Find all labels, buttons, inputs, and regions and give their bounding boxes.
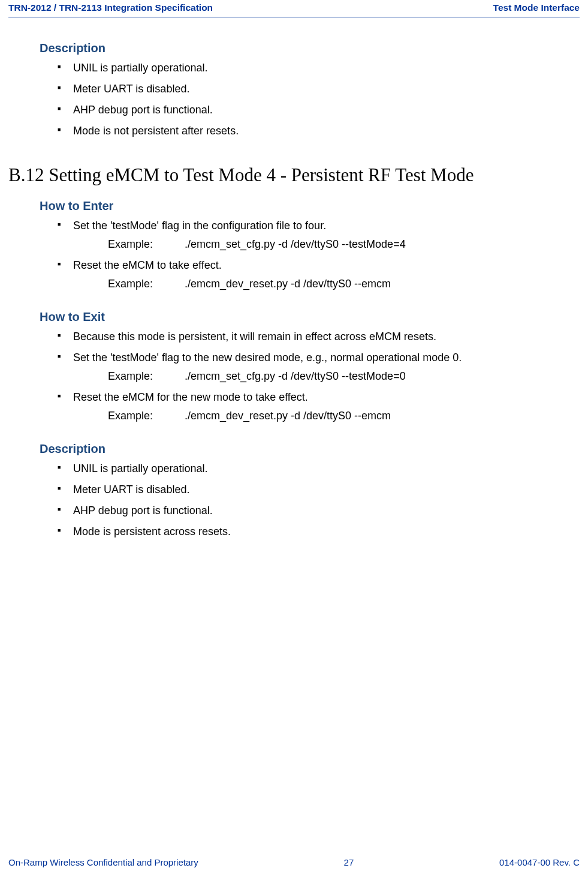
how-to-exit-list: Because this mode is persistent, it will… [61, 329, 548, 424]
list-item: AHP debug port is functional. [61, 102, 548, 118]
list-item: UNIL is partially operational. [61, 60, 548, 76]
list-item: Reset the eMCM for the new mode to take … [61, 389, 548, 424]
example-label: Example: [108, 236, 185, 253]
page-header: TRN-2012 / TRN-2113 Integration Specific… [8, 0, 580, 17]
example-row: Example: ./emcm_dev_reset.py -d /dev/tty… [108, 276, 548, 292]
description-1-list: UNIL is partially operational. Meter UAR… [61, 60, 548, 139]
heading-number: B.12 [8, 164, 44, 186]
example-row: Example: ./emcm_set_cfg.py -d /dev/ttyS0… [108, 236, 548, 253]
example-command: ./emcm_set_cfg.py -d /dev/ttyS0 --testMo… [185, 368, 406, 385]
section-b12-heading: B.12 Setting eMCM to Test Mode 4 - Persi… [8, 164, 548, 186]
list-item-text: Set the 'testMode' flag to the new desir… [73, 352, 462, 364]
header-right: Test Mode Interface [493, 2, 580, 13]
example-label: Example: [108, 368, 185, 385]
footer-left: On-Ramp Wireless Confidential and Propri… [8, 857, 198, 867]
list-item: Set the 'testMode' flag in the configura… [61, 218, 548, 253]
list-item: Reset the eMCM to take effect. Example: … [61, 257, 548, 292]
main-content: Description UNIL is partially operationa… [8, 41, 580, 540]
section-how-to-exit-title: How to Exit [40, 310, 548, 324]
example-command: ./emcm_dev_reset.py -d /dev/ttyS0 --emcm [185, 276, 391, 292]
list-item-text: Reset the eMCM to take effect. [73, 259, 222, 271]
example-label: Example: [108, 276, 185, 292]
list-item: Set the 'testMode' flag to the new desir… [61, 350, 548, 385]
list-item-text: Reset the eMCM for the new mode to take … [73, 391, 308, 403]
example-label: Example: [108, 408, 185, 424]
example-row: Example: ./emcm_dev_reset.py -d /dev/tty… [108, 408, 548, 424]
list-item: Mode is not persistent after resets. [61, 123, 548, 139]
list-item: Because this mode is persistent, it will… [61, 329, 548, 345]
example-command: ./emcm_dev_reset.py -d /dev/ttyS0 --emcm [185, 408, 391, 424]
list-item: AHP debug port is functional. [61, 503, 548, 519]
list-item-text: Set the 'testMode' flag in the configura… [73, 220, 326, 232]
heading-title: Setting eMCM to Test Mode 4 - Persistent… [49, 164, 474, 185]
example-row: Example: ./emcm_set_cfg.py -d /dev/ttyS0… [108, 368, 548, 385]
section-description-2-title: Description [40, 442, 548, 456]
example-command: ./emcm_set_cfg.py -d /dev/ttyS0 --testMo… [185, 236, 406, 253]
section-how-to-enter-title: How to Enter [40, 199, 548, 213]
footer-right: 014-0047-00 Rev. C [499, 857, 580, 867]
description-2-list: UNIL is partially operational. Meter UAR… [61, 461, 548, 540]
page-footer: On-Ramp Wireless Confidential and Propri… [8, 857, 580, 867]
list-item: Meter UART is disabled. [61, 81, 548, 97]
section-description-1-title: Description [40, 41, 548, 55]
list-item: Meter UART is disabled. [61, 482, 548, 498]
footer-page-number: 27 [344, 857, 354, 867]
list-item: Mode is persistent across resets. [61, 524, 548, 540]
list-item: UNIL is partially operational. [61, 461, 548, 477]
how-to-enter-list: Set the 'testMode' flag in the configura… [61, 218, 548, 292]
header-left: TRN-2012 / TRN-2113 Integration Specific… [8, 2, 213, 13]
